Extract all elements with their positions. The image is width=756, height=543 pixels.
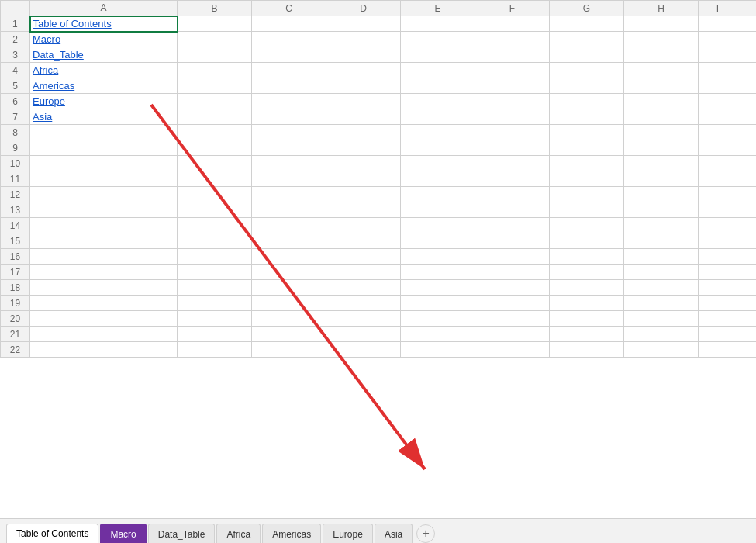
cell-e8[interactable]	[401, 125, 475, 140]
cell-b21[interactable]	[178, 327, 252, 342]
cell-d5[interactable]	[326, 78, 401, 94]
cell-f4[interactable]	[475, 63, 550, 78]
cell-g12[interactable]	[550, 187, 624, 202]
cell-i11[interactable]	[699, 171, 737, 187]
cell-j11[interactable]	[737, 171, 757, 187]
cell-c5[interactable]	[252, 78, 326, 94]
cell-g16[interactable]	[550, 249, 624, 265]
link-macro[interactable]: Macro	[33, 33, 60, 45]
cell-i10[interactable]	[699, 156, 737, 171]
cell-b14[interactable]	[178, 218, 252, 233]
cell-b4[interactable]	[178, 63, 252, 78]
cell-i8[interactable]	[699, 125, 737, 140]
cell-b7[interactable]	[178, 109, 252, 125]
cell-c3[interactable]	[252, 47, 326, 63]
cell-i16[interactable]	[699, 249, 737, 265]
cell-d11[interactable]	[326, 171, 401, 187]
cell-f17[interactable]	[475, 265, 550, 280]
link-table-of-contents[interactable]: Table of Contents	[33, 18, 112, 29]
cell-j18[interactable]	[737, 280, 757, 296]
cell-b3[interactable]	[178, 47, 252, 63]
col-header-i[interactable]: I	[699, 1, 737, 16]
cell-d15[interactable]	[326, 233, 401, 249]
cell-a4[interactable]: Africa	[30, 63, 178, 78]
cell-b12[interactable]	[178, 187, 252, 202]
cell-i4[interactable]	[699, 63, 737, 78]
cell-c13[interactable]	[252, 202, 326, 218]
cell-g21[interactable]	[550, 327, 624, 342]
cell-j12[interactable]	[737, 187, 757, 202]
cell-i18[interactable]	[699, 280, 737, 296]
cell-d22[interactable]	[326, 342, 401, 358]
cell-c15[interactable]	[252, 233, 326, 249]
cell-a5[interactable]: Americas	[30, 78, 178, 94]
cell-c16[interactable]	[252, 249, 326, 265]
cell-h4[interactable]	[624, 63, 699, 78]
cell-b5[interactable]	[178, 78, 252, 94]
link-asia[interactable]: Asia	[33, 111, 52, 123]
cell-c11[interactable]	[252, 171, 326, 187]
cell-d14[interactable]	[326, 218, 401, 233]
cell-b11[interactable]	[178, 171, 252, 187]
col-header-j[interactable]: J	[737, 1, 757, 16]
cell-g22[interactable]	[550, 342, 624, 358]
col-header-e[interactable]: E	[401, 1, 475, 16]
cell-e3[interactable]	[401, 47, 475, 63]
cell-f21[interactable]	[475, 327, 550, 342]
sheet-tab-africa[interactable]: Africa	[216, 524, 261, 543]
cell-e2[interactable]	[401, 32, 475, 47]
cell-j21[interactable]	[737, 327, 757, 342]
cell-j4[interactable]	[737, 63, 757, 78]
cell-e14[interactable]	[401, 218, 475, 233]
cell-g7[interactable]	[550, 109, 624, 125]
cell-f8[interactable]	[475, 125, 550, 140]
cell-h12[interactable]	[624, 187, 699, 202]
cell-d7[interactable]	[326, 109, 401, 125]
cell-g6[interactable]	[550, 94, 624, 109]
cell-i15[interactable]	[699, 233, 737, 249]
cell-e6[interactable]	[401, 94, 475, 109]
col-header-f[interactable]: F	[475, 1, 550, 16]
cell-g4[interactable]	[550, 63, 624, 78]
cell-h20[interactable]	[624, 311, 699, 327]
cell-g13[interactable]	[550, 202, 624, 218]
cell-h9[interactable]	[624, 140, 699, 156]
cell-b10[interactable]	[178, 156, 252, 171]
cell-h13[interactable]	[624, 202, 699, 218]
cell-d2[interactable]	[326, 32, 401, 47]
cell-f16[interactable]	[475, 249, 550, 265]
cell-d8[interactable]	[326, 125, 401, 140]
cell-j7[interactable]	[737, 109, 757, 125]
cell-c1[interactable]	[252, 16, 326, 32]
cell-h3[interactable]	[624, 47, 699, 63]
cell-d6[interactable]	[326, 94, 401, 109]
cell-j3[interactable]	[737, 47, 757, 63]
cell-f11[interactable]	[475, 171, 550, 187]
cell-e17[interactable]	[401, 265, 475, 280]
cell-c4[interactable]	[252, 63, 326, 78]
col-header-a[interactable]: A	[30, 1, 178, 16]
cell-c12[interactable]	[252, 187, 326, 202]
cell-d4[interactable]	[326, 63, 401, 78]
cell-e5[interactable]	[401, 78, 475, 94]
cell-j15[interactable]	[737, 233, 757, 249]
cell-c2[interactable]	[252, 32, 326, 47]
cell-j20[interactable]	[737, 311, 757, 327]
cell-e7[interactable]	[401, 109, 475, 125]
link-data-table[interactable]: Data_Table	[33, 49, 84, 61]
link-europe[interactable]: Europe	[33, 95, 65, 107]
cell-b22[interactable]	[178, 342, 252, 358]
cell-b9[interactable]	[178, 140, 252, 156]
cell-g5[interactable]	[550, 78, 624, 94]
cell-i2[interactable]	[699, 32, 737, 47]
cell-d3[interactable]	[326, 47, 401, 63]
cell-i20[interactable]	[699, 311, 737, 327]
cell-c22[interactable]	[252, 342, 326, 358]
link-americas[interactable]: Americas	[33, 80, 74, 92]
cell-f1[interactable]	[475, 16, 550, 32]
add-sheet-button[interactable]: +	[416, 524, 435, 543]
cell-g19[interactable]	[550, 296, 624, 311]
cell-c6[interactable]	[252, 94, 326, 109]
cell-f15[interactable]	[475, 233, 550, 249]
cell-e21[interactable]	[401, 327, 475, 342]
